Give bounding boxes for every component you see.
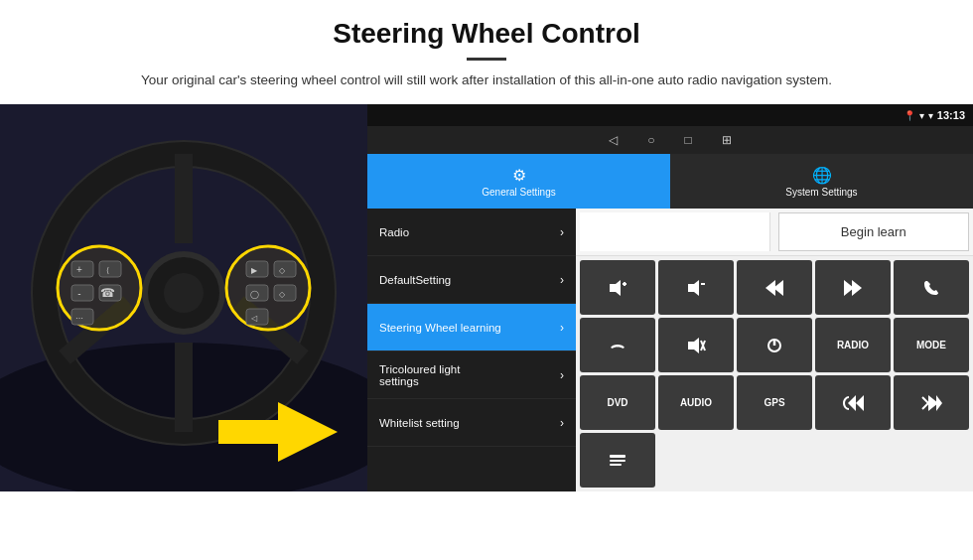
menu-item-tricoloured[interactable]: Tricoloured lightsettings › <box>367 351 576 399</box>
svg-text:◇: ◇ <box>279 290 286 299</box>
ctrl-phone[interactable] <box>894 260 969 315</box>
svg-rect-27 <box>246 309 268 325</box>
svg-marker-35 <box>610 280 621 296</box>
page-header: Steering Wheel Control Your original car… <box>0 0 973 98</box>
ctrl-row-2: RADIO MODE <box>580 318 969 372</box>
ctrl-hang-up[interactable] <box>580 318 655 372</box>
svg-text:-: - <box>77 288 80 299</box>
location-icon: 📍 <box>904 110 915 121</box>
status-icons: 📍 ▾ ▾ 13:13 <box>904 109 965 121</box>
controls-panel: Begin learn <box>576 209 973 491</box>
system-settings-label: System Settings <box>785 187 857 198</box>
ctrl-row-3: DVD AUDIO GPS <box>580 375 969 430</box>
menu-item-tricoloured-label: Tricoloured lightsettings <box>379 363 460 387</box>
svg-text:+: + <box>76 264 82 275</box>
page-subtitle: Your original car's steering wheel contr… <box>60 70 913 90</box>
svg-rect-15 <box>71 285 93 301</box>
svg-text:☎: ☎ <box>100 286 115 300</box>
general-settings-label: General Settings <box>482 187 556 198</box>
controls-top-row: Begin learn <box>576 209 973 256</box>
svg-marker-49 <box>856 395 864 411</box>
svg-rect-56 <box>610 460 626 462</box>
tab-bar: ⚙ General Settings 🌐 System Settings <box>367 154 973 209</box>
menu-icon[interactable]: ⊞ <box>722 133 732 147</box>
system-settings-icon: 🌐 <box>812 166 832 185</box>
wifi-icon: ▾ <box>919 110 924 121</box>
svg-line-51 <box>922 397 928 403</box>
menu-item-radio-label: Radio <box>379 226 409 238</box>
menu-item-default-setting[interactable]: DefaultSetting › <box>367 256 576 304</box>
ctrl-skip-end[interactable] <box>894 375 969 430</box>
svg-rect-34 <box>218 420 280 444</box>
ctrl-mute[interactable] <box>658 318 734 372</box>
svg-rect-55 <box>610 455 626 458</box>
svg-rect-14 <box>99 261 121 277</box>
ctrl-radio[interactable]: RADIO <box>815 318 891 372</box>
menu-chevron-radio: › <box>560 225 564 239</box>
svg-rect-23 <box>246 261 268 277</box>
menu-item-default-label: DefaultSetting <box>379 274 451 286</box>
menu-chevron-default: › <box>560 273 564 287</box>
ctrl-audio[interactable]: AUDIO <box>658 375 734 430</box>
ctrl-vol-up[interactable] <box>580 260 655 315</box>
controls-grid: RADIO MODE DVD AUDIO <box>576 256 973 491</box>
svg-text:◇: ◇ <box>279 266 286 275</box>
menu-item-radio[interactable]: Radio › <box>367 209 576 256</box>
menu-chevron-tricoloured: › <box>560 368 564 382</box>
svg-rect-26 <box>274 285 296 301</box>
svg-marker-44 <box>688 338 699 353</box>
menu-list: Radio › DefaultSetting › Steering Wheel … <box>367 209 576 491</box>
svg-marker-38 <box>688 280 699 296</box>
tab-system-settings[interactable]: 🌐 System Settings <box>670 154 973 209</box>
menu-chevron-steering: › <box>560 321 564 335</box>
menu-item-whitelist[interactable]: Whitelist setting › <box>367 399 576 447</box>
svg-point-10 <box>164 273 204 313</box>
menu-item-whitelist-label: Whitelist setting <box>379 417 460 429</box>
svg-text:▶: ▶ <box>251 266 258 275</box>
svg-text:◯: ◯ <box>250 290 259 299</box>
main-content: + ⟨ - ☎ ⋯ ▶ ◇ ◯ ◇ ◁ <box>0 104 973 491</box>
svg-marker-54 <box>936 395 942 411</box>
ctrl-phone-prev[interactable] <box>815 375 891 430</box>
ctrl-dvd[interactable]: DVD <box>580 375 655 430</box>
ctrl-vol-down[interactable] <box>658 260 734 315</box>
general-settings-icon: ⚙ <box>512 166 526 185</box>
ctrl-row-1 <box>580 260 969 315</box>
steering-wheel-image: + ⟨ - ☎ ⋯ ▶ ◇ ◯ ◇ ◁ <box>0 104 367 491</box>
menu-item-steering-label: Steering Wheel learning <box>379 322 501 334</box>
svg-marker-41 <box>765 280 775 296</box>
content-area: Radio › DefaultSetting › Steering Wheel … <box>367 209 973 491</box>
svg-marker-50 <box>848 395 856 411</box>
ctrl-power[interactable] <box>737 318 812 372</box>
signal-icon: ▾ <box>928 110 933 121</box>
ctrl-prev-track[interactable] <box>737 260 812 315</box>
home-icon[interactable]: ○ <box>647 133 654 147</box>
back-icon[interactable]: ◁ <box>609 133 618 147</box>
menu-chevron-whitelist: › <box>560 416 564 430</box>
controls-empty-box <box>580 212 770 251</box>
svg-rect-13 <box>71 261 93 277</box>
status-time: 13:13 <box>937 109 965 121</box>
nav-bar: ◁ ○ □ ⊞ <box>367 126 973 154</box>
svg-text:◁: ◁ <box>251 314 258 323</box>
tab-general-settings[interactable]: ⚙ General Settings <box>367 154 670 209</box>
android-panel: 📍 ▾ ▾ 13:13 ◁ ○ □ ⊞ ⚙ General Settings 🌐… <box>367 104 973 491</box>
ctrl-row-4 <box>580 433 969 488</box>
svg-rect-24 <box>274 261 296 277</box>
svg-text:⟨: ⟨ <box>106 266 109 275</box>
menu-item-steering-wheel[interactable]: Steering Wheel learning › <box>367 304 576 351</box>
begin-learn-button[interactable]: Begin learn <box>778 212 970 251</box>
title-divider <box>467 58 506 61</box>
svg-rect-57 <box>610 464 622 466</box>
ctrl-gps[interactable]: GPS <box>737 375 812 430</box>
status-bar: 📍 ▾ ▾ 13:13 <box>367 104 973 126</box>
ctrl-next-track[interactable] <box>815 260 891 315</box>
page-title: Steering Wheel Control <box>60 18 913 50</box>
ctrl-list[interactable] <box>580 433 655 488</box>
recents-icon[interactable]: □ <box>685 133 692 147</box>
svg-line-52 <box>922 403 928 409</box>
svg-text:⋯: ⋯ <box>75 314 83 323</box>
svg-marker-43 <box>852 280 862 296</box>
ctrl-mode[interactable]: MODE <box>894 318 969 372</box>
